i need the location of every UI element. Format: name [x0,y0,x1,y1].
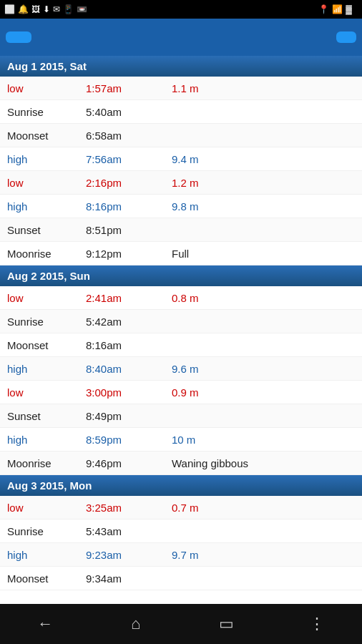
row-time: 7:56am [86,153,172,165]
row-value: 10 m [172,434,355,446]
table-row: high7:56am9.4 m [0,147,362,171]
row-time: 9:46pm [86,457,172,469]
table-row: high8:59pm10 m [0,428,362,452]
row-label: low [7,292,86,304]
voicemail-icon: 📼 [77,4,87,14]
row-time: 8:16am [86,339,172,351]
row-label: Moonrise [7,248,86,260]
row-value: 1.1 m [172,82,355,94]
recents-button[interactable]: ▭ [208,606,244,642]
row-time: 8:16pm [86,200,172,213]
row-label: high [7,434,86,446]
row-value: 0.9 m [172,386,355,399]
row-time: 2:16pm [86,177,172,189]
day-header: Aug 2 2015, Sun [0,265,362,286]
row-value: 0.7 m [172,502,355,514]
home-button[interactable]: ⌂ [118,606,154,642]
location-icon: 📍 [318,4,329,14]
row-label: high [7,549,86,561]
row-value: 9.7 m [172,549,355,561]
row-time: 8:51pm [86,224,172,236]
table-row: Moonrise9:12pmFull [0,242,362,265]
row-time: 8:49pm [86,410,172,422]
row-value: 1.2 m [172,177,355,189]
table-row: low3:00pm0.9 m [0,381,362,404]
tide-content: Aug 1 2015, Satlow1:57am1.1 mSunrise5:40… [0,56,362,604]
screen-icon: ⬜ [4,4,15,14]
row-label: Sunrise [7,525,86,537]
table-row: high8:40am9.6 m [0,357,362,381]
app-header [0,19,362,56]
row-label: low [7,82,86,94]
back-button[interactable]: ← [27,606,63,642]
row-label: Sunset [7,410,86,422]
row-time: 6:58am [86,130,172,142]
row-label: high [7,363,86,375]
tide-button[interactable] [6,31,31,43]
table-row: low2:41am0.8 m [0,286,362,310]
table-row: high9:23am9.7 m [0,543,362,567]
table-row: low2:16pm1.2 m [0,171,362,195]
image-icon: 🖼 [31,4,40,14]
row-time: 3:00pm [86,386,172,399]
table-row: Sunset8:49pm [0,404,362,428]
row-label: Sunset [7,224,86,236]
day-header: Aug 1 2015, Sat [0,56,362,77]
row-time: 5:42am [86,316,172,328]
signal-icon: ▓ [346,4,352,14]
table-row: Moonrise9:46pmWaning gibbous [0,452,362,475]
row-label: Moonrise [7,457,86,469]
row-time: 8:40am [86,363,172,375]
status-bar: ⬜ 🔔 🖼 ⬇ ✉ 📱 📼 📍 📶 ▓ [0,0,362,19]
row-time: 9:23am [86,549,172,561]
row-value: 9.8 m [172,200,355,213]
row-time: 2:41am [86,292,172,304]
day-header: Aug 3 2015, Mon [0,475,362,496]
row-label: Sunrise [7,106,86,118]
status-bar-right: 📍 📶 ▓ [318,4,358,14]
row-value: 9.4 m [172,153,355,165]
table-row: Sunrise5:42am [0,310,362,333]
row-value: 9.6 m [172,363,355,375]
row-label: high [7,153,86,165]
row-label: Moonset [7,130,86,142]
row-time: 8:59pm [86,434,172,446]
row-label: Moonset [7,339,86,351]
row-time: 9:34am [86,572,172,585]
row-value: 0.8 m [172,292,355,304]
download-icon: ⬇ [43,4,50,14]
whatsapp-icon: 📱 [63,4,74,14]
row-time: 1:57am [86,82,172,94]
sound-icon: 🔔 [18,4,29,14]
table-row: Moonset8:16am [0,333,362,357]
row-label: low [7,502,86,514]
table-row: Sunrise5:43am [0,519,362,543]
row-label: high [7,200,86,213]
email-icon: ✉ [53,4,60,14]
table-row: Moonset9:34am [0,567,362,590]
row-value: Full [172,248,355,260]
table-row: high8:16pm9.8 m [0,195,362,218]
row-label: low [7,177,86,189]
favorite-button[interactable] [336,31,356,43]
row-label: Moonset [7,572,86,585]
row-time: 5:40am [86,106,172,118]
menu-button[interactable]: ⋮ [299,606,335,642]
row-time: 9:12pm [86,248,172,260]
row-time: 3:25am [86,502,172,514]
bottom-nav: ← ⌂ ▭ ⋮ [0,604,362,644]
row-time: 5:43am [86,525,172,537]
row-label: low [7,386,86,399]
table-row: Sunrise5:40am [0,100,362,124]
status-bar-left: ⬜ 🔔 🖼 ⬇ ✉ 📱 📼 [4,4,87,14]
wifi-icon: 📶 [332,4,343,14]
row-label: Sunrise [7,316,86,328]
table-row: Moonset6:58am [0,124,362,147]
row-value: Waning gibbous [172,457,355,469]
table-row: low1:57am1.1 m [0,77,362,100]
table-row: Sunset8:51pm [0,218,362,242]
table-row: low3:25am0.7 m [0,496,362,519]
